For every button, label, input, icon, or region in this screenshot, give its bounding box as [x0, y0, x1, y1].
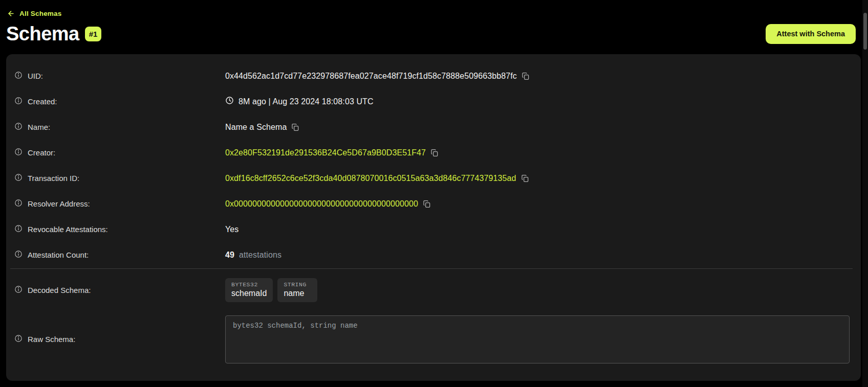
copy-icon[interactable]: [430, 149, 439, 157]
info-icon: [14, 334, 23, 344]
title-row: Schema #1 Attest with Schema: [6, 24, 856, 44]
info-icon: [14, 285, 23, 295]
detail-row-creator: Creator: 0x2e80F532191de291536B24Ce5D67a…: [14, 140, 850, 166]
revocable-value: Yes: [225, 225, 238, 234]
attest-with-schema-button[interactable]: Attest with Schema: [766, 24, 856, 44]
uid-value: 0x44d562ac1d7cd77e232978687fea027ace48f7…: [225, 72, 517, 81]
copy-icon[interactable]: [522, 72, 530, 80]
info-icon: [14, 250, 23, 260]
detail-label: Resolver Address:: [28, 199, 90, 208]
arrow-left-icon: [7, 10, 15, 17]
info-icon: [14, 148, 23, 157]
detail-row-name: Name: Name a Schema: [14, 115, 850, 140]
schema-name-value: Name a Schema: [225, 123, 287, 132]
topbar: All Schemas: [0, 0, 868, 19]
copy-icon[interactable]: [291, 123, 299, 131]
info-icon: [14, 224, 23, 234]
detail-row-attestation-count: Attestation Count: 49 attestations: [14, 242, 850, 268]
copy-icon[interactable]: [423, 200, 431, 208]
title-group: Schema #1: [6, 24, 766, 43]
transaction-id-link[interactable]: 0xdf16c8cff2652c6ce52f3cda40d0878070016c…: [225, 174, 516, 183]
detail-label: UID:: [28, 72, 43, 80]
clock-icon: [225, 96, 234, 107]
detail-row-transaction-id: Transaction ID: 0xdf16c8cff2652c6ce52f3c…: [14, 166, 850, 191]
detail-row-decoded-schema: Decoded Schema: BYTES32 schemaId STRING …: [14, 278, 850, 302]
info-icon: [14, 122, 23, 132]
detail-label: Creator:: [28, 148, 55, 157]
info-icon: [14, 71, 23, 81]
detail-label: Revocable Attestations:: [28, 225, 108, 234]
detail-row-raw-schema: Raw Schema: bytes32 schemaId, string nam…: [14, 315, 850, 363]
scrollbar-thumb[interactable]: [863, 13, 867, 50]
back-link-label: All Schemas: [19, 10, 62, 17]
resolver-address-link[interactable]: 0x00000000000000000000000000000000000000…: [225, 199, 418, 209]
detail-label: Decoded Schema:: [28, 286, 91, 294]
detail-label: Transaction ID:: [28, 174, 79, 183]
detail-row-resolver: Resolver Address: 0x00000000000000000000…: [14, 191, 850, 217]
field-type: STRING: [284, 281, 311, 288]
attestation-count-value: 49: [225, 251, 234, 260]
info-icon: [14, 97, 23, 106]
raw-schema-textarea[interactable]: bytes32 schemaId, string name: [225, 315, 850, 363]
detail-row-uid: UID: 0x44d562ac1d7cd77e232978687fea027ac…: [14, 63, 850, 89]
schema-field-chip: BYTES32 schemaId: [225, 278, 273, 302]
detail-row-revocable: Revocable Attestations: Yes: [14, 217, 850, 242]
detail-label: Name:: [28, 123, 50, 131]
section-divider: [10, 268, 853, 269]
created-value: 8M ago | Aug 23 2024 18:08:03 UTC: [238, 97, 374, 106]
schema-number-badge: #1: [85, 27, 102, 41]
field-type: BYTES32: [231, 281, 267, 288]
scrollbar-track: [862, 0, 868, 387]
copy-icon[interactable]: [521, 174, 529, 183]
field-name: name: [284, 289, 311, 298]
back-to-all-schemas-link[interactable]: All Schemas: [7, 10, 62, 17]
field-name: schemaId: [231, 289, 267, 298]
schema-details-card: UID: 0x44d562ac1d7cd77e232978687fea027ac…: [6, 54, 861, 381]
attestations-link[interactable]: attestations: [239, 251, 281, 260]
creator-address-link[interactable]: 0x2e80F532191de291536B24Ce5D67a9B0D3E51F…: [225, 148, 426, 157]
detail-label: Raw Schema:: [28, 335, 75, 344]
decoded-schema-fields: BYTES32 schemaId STRING name: [225, 278, 317, 302]
info-icon: [14, 199, 23, 209]
info-icon: [14, 173, 23, 183]
detail-label: Created:: [28, 97, 57, 106]
detail-row-created: Created: 8M ago | Aug 23 2024 18:08:03 U…: [14, 89, 850, 115]
schema-detail-page: { "colors": { "accent": "#d7f655", "link…: [0, 0, 868, 387]
detail-label: Attestation Count:: [28, 251, 89, 259]
page-title: Schema: [6, 24, 79, 43]
schema-field-chip: STRING name: [277, 278, 317, 302]
